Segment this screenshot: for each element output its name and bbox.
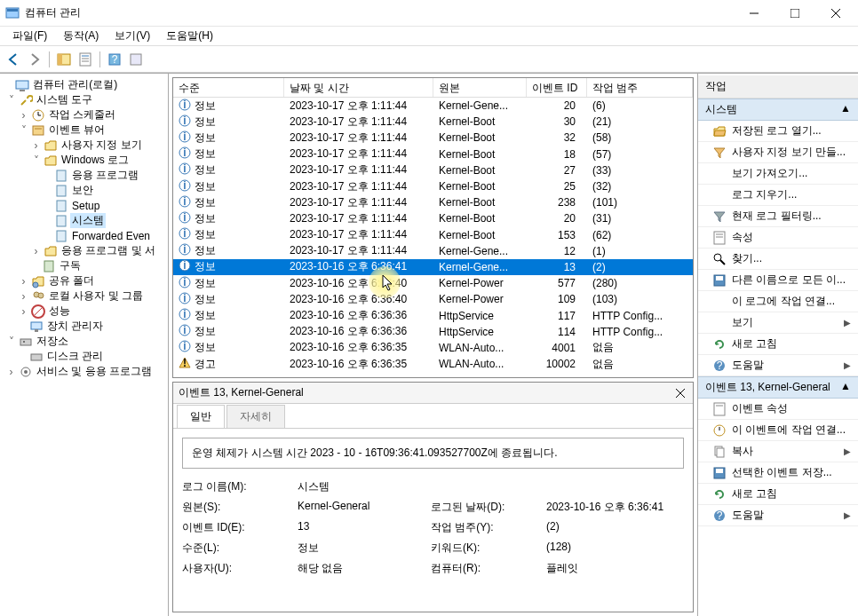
menu-action[interactable]: 동작(A) [56,27,106,45]
show-hide-tree-button[interactable] [54,50,74,69]
expand-icon[interactable]: ˅ [30,154,42,167]
col-source[interactable]: 원본 [433,78,527,97]
grid-body[interactable]: i정보2023-10-17 오후 1:11:44Kernel-Gene...20… [173,98,693,372]
action-event-refresh[interactable]: 새로 고침 [698,484,858,505]
back-button[interactable] [4,50,23,69]
action-find[interactable]: 찾기... [698,249,858,270]
action-import-view[interactable]: 보기 가져오기... [698,163,858,185]
action-save-selected[interactable]: 선택한 이벤트 저장... [698,462,858,484]
table-row[interactable]: i정보2023-10-16 오후 6:36:36HttpService114HT… [173,324,693,340]
collapse-icon[interactable]: ▲ [840,380,851,395]
tree-windows-logs[interactable]: Windows 로그 [60,153,131,168]
action-help[interactable]: ?도움말▶ [698,355,858,376]
tree-system-log[interactable]: 시스템 [70,213,106,228]
grid-header[interactable]: 수준 날짜 및 시간 원본 이벤트 ID 작업 범주 [173,78,693,98]
action-save-all-as[interactable]: 다른 이름으로 모든 이... [698,270,858,291]
action-open-saved-log[interactable]: 저장된 로그 열기... [698,121,858,142]
tree-root[interactable]: 컴퓨터 관리(로컬) [31,77,119,92]
table-row[interactable]: i정보2023-10-17 오후 1:11:44Kernel-Gene...20… [173,98,693,114]
expand-icon[interactable]: › [18,305,29,318]
detail-close-button[interactable] [673,386,687,400]
table-row[interactable]: i정보2023-10-17 오후 1:11:44Kernel-Gene...12… [173,243,693,259]
navigation-tree[interactable]: 컴퓨터 관리(로컬) ˅시스템 도구 ›작업 스케줄러 ˅이벤트 뷰어 ›사용자… [0,74,169,616]
tree-shared-folders[interactable]: 공유 폴더 [47,273,96,288]
action-event-help[interactable]: ?도움말▶ [698,505,858,526]
info-icon: i [179,227,191,242]
action-clear-log[interactable]: 로그 지우기... [698,185,858,206]
action-refresh[interactable]: 새로 고침 [698,334,858,355]
tree-app-services-logs[interactable]: 응용 프로그램 및 서 [60,243,157,258]
expand-icon[interactable]: › [5,366,17,378]
table-row[interactable]: i정보2023-10-17 오후 1:11:44Kernel-Boot25(32… [173,178,693,194]
tree-forwarded-events[interactable]: Forwarded Even [70,230,152,242]
table-row[interactable]: i정보2023-10-17 오후 1:11:44Kernel-Boot153(6… [173,227,693,243]
menu-help[interactable]: 도움말(H) [159,27,220,45]
col-datetime[interactable]: 날짜 및 시간 [284,78,433,97]
refresh-button[interactable] [126,50,146,69]
expand-icon[interactable]: › [18,275,29,288]
table-row[interactable]: i정보2023-10-17 오후 1:11:44Kernel-Boot20(31… [173,210,693,226]
action-attach-task[interactable]: 이 로그에 작업 연결... [698,291,858,312]
action-create-custom-view[interactable]: 사용자 지정 보기 만들... [698,142,858,163]
tree-system-tools[interactable]: 시스템 도구 [35,92,94,107]
tree-security-log[interactable]: 보안 [70,183,95,198]
collapse-icon[interactable]: ▲ [840,102,851,117]
tree-performance[interactable]: 성능 [47,304,72,319]
tree-disk-management[interactable]: 디스크 관리 [45,349,105,364]
svg-rect-24 [57,201,66,211]
action-event-properties[interactable]: 이벤트 속성 [698,399,858,420]
folder-icon [44,154,58,168]
expand-icon[interactable]: › [30,245,42,257]
table-row[interactable]: i정보2023-10-16 오후 6:36:36HttpService117HT… [173,307,693,323]
menu-file[interactable]: 파일(F) [5,27,54,45]
table-row[interactable]: i정보2023-10-16 오후 6:36:40Kernel-Power109(… [173,291,693,307]
help-button[interactable]: ? [105,50,124,69]
tree-setup-log[interactable]: Setup [70,200,101,212]
cell-datetime: 2023-10-17 오후 1:11:44 [284,146,433,162]
expand-icon[interactable]: › [30,139,42,152]
action-view-submenu[interactable]: 보기▶ [698,312,858,334]
tree-event-viewer[interactable]: 이벤트 뷰어 [47,122,107,138]
expand-icon[interactable]: ˅ [18,124,29,137]
tree-storage[interactable]: 저장소 [35,334,70,349]
save-icon [712,273,727,288]
col-eventid[interactable]: 이벤트 ID [527,78,587,97]
tree-device-manager[interactable]: 장치 관리자 [45,319,105,334]
table-row[interactable]: i정보2023-10-16 오후 6:36:41Kernel-Gene...13… [173,259,693,275]
table-row[interactable]: !경고2023-10-16 오후 6:36:35WLAN-Auto...1000… [173,356,693,372]
tree-application-log[interactable]: 응용 프로그램 [70,168,140,183]
table-row[interactable]: i정보2023-10-16 오후 6:36:35WLAN-Auto...4001… [173,340,693,356]
action-properties[interactable]: 속성 [698,227,858,249]
close-button[interactable] [815,0,856,26]
expand-icon[interactable]: ˅ [5,336,17,348]
expand-icon[interactable]: ˅ [5,94,17,107]
col-category[interactable]: 작업 범주 [587,78,693,97]
maximize-button[interactable] [775,0,815,26]
forward-button[interactable] [25,50,44,69]
table-row[interactable]: i정보2023-10-16 오후 6:36:40Kernel-Power577(… [173,275,693,291]
minimize-button[interactable] [734,0,775,26]
tab-details[interactable]: 자세히 [226,405,285,428]
table-row[interactable]: i정보2023-10-17 오후 1:11:44Kernel-Boot32(58… [173,130,693,146]
action-event-attach-task[interactable]: 이 이벤트에 작업 연결... [698,420,858,441]
tree-custom-views[interactable]: 사용자 지정 보기 [60,138,144,153]
table-row[interactable]: i정보2023-10-17 오후 1:11:44Kernel-Boot18(57… [173,146,693,162]
menu-view[interactable]: 보기(V) [107,27,157,45]
tree-task-scheduler[interactable]: 작업 스케줄러 [47,107,117,122]
table-row[interactable]: i정보2023-10-17 오후 1:11:44Kernel-Boot238(1… [173,194,693,210]
action-copy[interactable]: 복사▶ [698,441,858,462]
event-grid[interactable]: 수준 날짜 및 시간 원본 이벤트 ID 작업 범주 i정보2023-10-17… [172,77,694,378]
table-row[interactable]: i정보2023-10-17 오후 1:11:44Kernel-Boot27(33… [173,162,693,178]
expand-icon[interactable]: › [18,109,29,122]
actions-section-event[interactable]: 이벤트 13, Kernel-General▲ [698,376,858,399]
tree-subscriptions[interactable]: 구독 [58,258,83,273]
tree-local-users[interactable]: 로컬 사용자 및 그룹 [47,288,145,304]
properties-button[interactable] [75,50,95,69]
table-row[interactable]: i정보2023-10-17 오후 1:11:44Kernel-Boot30(21… [173,114,693,130]
tab-general[interactable]: 일반 [177,405,225,428]
action-filter-log[interactable]: 현재 로그 필터링... [698,206,858,227]
actions-section-system[interactable]: 시스템▲ [698,99,858,121]
col-level[interactable]: 수준 [173,78,284,97]
tree-services[interactable]: 서비스 및 응용 프로그램 [35,364,154,379]
expand-icon[interactable]: › [18,290,29,303]
